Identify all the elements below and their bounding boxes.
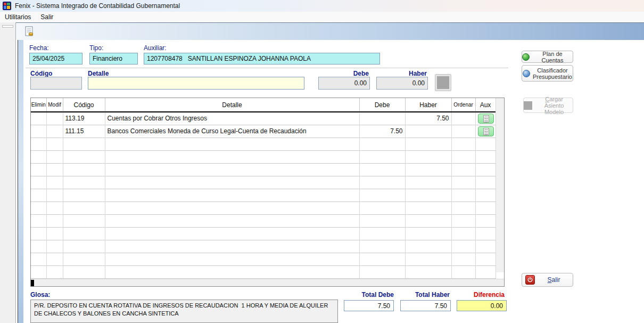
cell-empty[interactable] xyxy=(451,138,475,150)
cell-elimin[interactable] xyxy=(31,112,46,125)
cell-empty[interactable] xyxy=(105,138,359,150)
cell-empty[interactable] xyxy=(475,150,496,163)
cell-empty[interactable] xyxy=(105,240,359,253)
cell-empty[interactable] xyxy=(31,201,46,214)
cell-empty[interactable] xyxy=(475,214,496,227)
cell-empty[interactable] xyxy=(31,150,46,163)
cell-empty[interactable] xyxy=(359,189,405,201)
aux-detail-button[interactable] xyxy=(478,126,494,136)
cell-empty[interactable] xyxy=(475,253,496,265)
cell-debe[interactable]: 7.50 xyxy=(359,125,405,138)
cell-empty[interactable] xyxy=(359,214,405,227)
cell-empty[interactable] xyxy=(46,138,63,150)
cell-empty[interactable] xyxy=(31,214,46,227)
cell-empty[interactable] xyxy=(46,201,63,214)
fecha-input[interactable]: 25/04/2025 xyxy=(29,53,82,64)
cell-empty[interactable] xyxy=(46,253,63,265)
cell-empty[interactable] xyxy=(405,201,451,214)
cell-detalle[interactable]: Cuentas por Cobrar Otros Ingresos xyxy=(105,112,359,125)
glosa-textarea[interactable]: P/R. DEPOSITO EN CUENTA ROTATIVA DE INGR… xyxy=(30,300,338,323)
plan-de-cuentas-button[interactable]: Plan de Cuentas xyxy=(522,51,573,63)
cell-empty[interactable] xyxy=(359,176,405,189)
cell-empty[interactable] xyxy=(405,265,451,278)
cell-empty[interactable] xyxy=(359,265,405,278)
cell-empty[interactable] xyxy=(405,253,451,265)
aux-detail-button[interactable] xyxy=(478,114,494,124)
cell-empty[interactable] xyxy=(63,240,105,253)
cell-empty[interactable] xyxy=(405,150,451,163)
cell-empty[interactable] xyxy=(405,189,451,201)
auxiliar-input[interactable]: 1207708478 SANTILLAN ESPINOZA JOHANNA PA… xyxy=(144,53,380,64)
salir-button[interactable]: Salir xyxy=(522,273,573,287)
cell-empty[interactable] xyxy=(63,138,105,150)
cell-empty[interactable] xyxy=(46,240,63,253)
cell-empty[interactable] xyxy=(475,227,496,240)
cell-elimin[interactable] xyxy=(31,125,46,138)
cell-modif[interactable] xyxy=(46,125,63,138)
cell-empty[interactable] xyxy=(105,189,359,201)
cell-empty[interactable] xyxy=(105,176,359,189)
cell-empty[interactable] xyxy=(451,227,475,240)
cell-empty[interactable] xyxy=(31,240,46,253)
cell-empty[interactable] xyxy=(31,265,46,278)
cell-empty[interactable] xyxy=(63,150,105,163)
cell-empty[interactable] xyxy=(105,150,359,163)
cell-empty[interactable] xyxy=(451,150,475,163)
cell-empty[interactable] xyxy=(359,163,405,176)
cell-empty[interactable] xyxy=(405,163,451,176)
cell-empty[interactable] xyxy=(46,189,63,201)
vertical-scrollbar[interactable] xyxy=(496,98,504,272)
cell-empty[interactable] xyxy=(105,265,359,278)
cell-empty[interactable] xyxy=(359,253,405,265)
cell-ordenar[interactable] xyxy=(451,112,475,125)
cell-empty[interactable] xyxy=(359,240,405,253)
cell-empty[interactable] xyxy=(359,138,405,150)
cell-empty[interactable] xyxy=(105,214,359,227)
cell-empty[interactable] xyxy=(475,265,496,278)
cell-empty[interactable] xyxy=(475,176,496,189)
cell-empty[interactable] xyxy=(475,201,496,214)
cell-empty[interactable] xyxy=(46,227,63,240)
cell-empty[interactable] xyxy=(451,265,475,278)
cell-empty[interactable] xyxy=(63,201,105,214)
horizontal-scrollbar-thumb[interactable] xyxy=(31,280,34,286)
tipo-input[interactable]: Financiero xyxy=(89,53,138,64)
cell-empty[interactable] xyxy=(475,163,496,176)
cell-empty[interactable] xyxy=(405,240,451,253)
cell-haber[interactable] xyxy=(405,125,451,138)
clasificador-presupuestario-button[interactable]: Clasificador Presupuestario xyxy=(522,65,573,82)
cell-empty[interactable] xyxy=(46,265,63,278)
cell-empty[interactable] xyxy=(31,253,46,265)
cell-empty[interactable] xyxy=(359,150,405,163)
cell-empty[interactable] xyxy=(46,214,63,227)
cell-empty[interactable] xyxy=(63,265,105,278)
menu-salir[interactable]: Salir xyxy=(36,12,58,22)
cell-empty[interactable] xyxy=(63,176,105,189)
cell-empty[interactable] xyxy=(475,189,496,201)
cell-empty[interactable] xyxy=(46,150,63,163)
cell-empty[interactable] xyxy=(405,176,451,189)
cell-empty[interactable] xyxy=(63,227,105,240)
cell-detalle[interactable]: Bancos Comerciales Moneda de Curso Legal… xyxy=(105,125,359,138)
cell-debe[interactable] xyxy=(359,112,405,125)
menu-utilitarios[interactable]: Utilitarios xyxy=(0,12,36,22)
cargar-asiento-modelo-button[interactable]: Cargar Asiento Modelo xyxy=(523,98,573,113)
debe-input[interactable]: 0.00 xyxy=(318,77,370,90)
cell-empty[interactable] xyxy=(63,253,105,265)
cell-empty[interactable] xyxy=(451,240,475,253)
cell-empty[interactable] xyxy=(451,253,475,265)
cell-empty[interactable] xyxy=(475,240,496,253)
horizontal-scrollbar[interactable] xyxy=(31,279,504,286)
cell-empty[interactable] xyxy=(63,214,105,227)
cell-empty[interactable] xyxy=(31,176,46,189)
cell-empty[interactable] xyxy=(359,227,405,240)
new-entry-document-icon[interactable] xyxy=(23,26,36,38)
cell-empty[interactable] xyxy=(31,138,46,150)
haber-input[interactable]: 0.00 xyxy=(376,77,428,90)
cell-empty[interactable] xyxy=(451,201,475,214)
cell-empty[interactable] xyxy=(405,138,451,150)
cell-empty[interactable] xyxy=(359,201,405,214)
cell-empty[interactable] xyxy=(105,227,359,240)
cell-empty[interactable] xyxy=(31,227,46,240)
cell-empty[interactable] xyxy=(105,163,359,176)
